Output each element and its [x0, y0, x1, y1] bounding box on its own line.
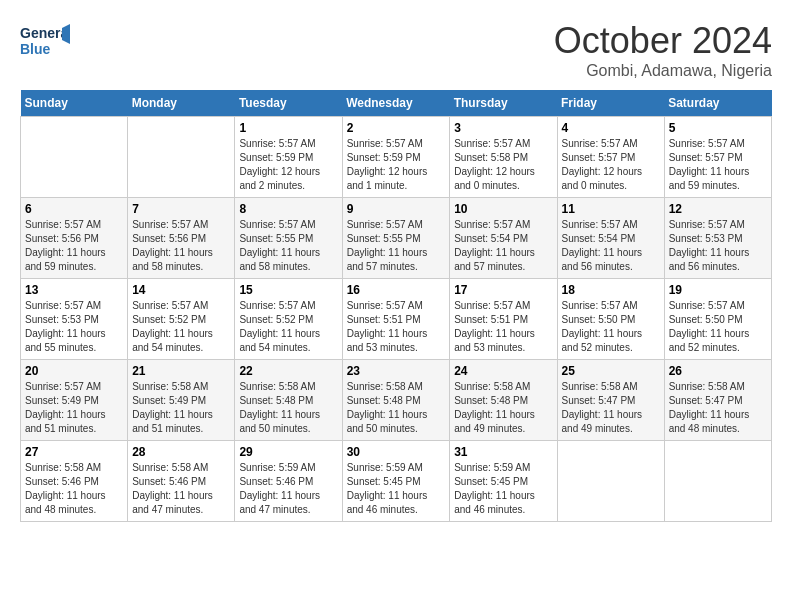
day-info: Sunrise: 5:57 AMSunset: 5:54 PMDaylight:…: [562, 218, 660, 274]
day-info: Sunrise: 5:57 AMSunset: 5:57 PMDaylight:…: [562, 137, 660, 193]
day-number: 21: [132, 364, 230, 378]
calendar-body: 1Sunrise: 5:57 AMSunset: 5:59 PMDaylight…: [21, 117, 772, 522]
day-info: Sunrise: 5:57 AMSunset: 5:59 PMDaylight:…: [347, 137, 446, 193]
day-info: Sunrise: 5:57 AMSunset: 5:56 PMDaylight:…: [25, 218, 123, 274]
day-info: Sunrise: 5:59 AMSunset: 5:46 PMDaylight:…: [239, 461, 337, 517]
weekday-thursday: Thursday: [450, 90, 557, 117]
day-number: 5: [669, 121, 767, 135]
day-number: 3: [454, 121, 552, 135]
day-number: 18: [562, 283, 660, 297]
calendar-cell: 25Sunrise: 5:58 AMSunset: 5:47 PMDayligh…: [557, 360, 664, 441]
calendar-cell: [128, 117, 235, 198]
calendar-cell: 30Sunrise: 5:59 AMSunset: 5:45 PMDayligh…: [342, 441, 450, 522]
day-number: 11: [562, 202, 660, 216]
day-number: 20: [25, 364, 123, 378]
day-number: 17: [454, 283, 552, 297]
logo: General Blue: [20, 20, 70, 69]
calendar-cell: 22Sunrise: 5:58 AMSunset: 5:48 PMDayligh…: [235, 360, 342, 441]
day-info: Sunrise: 5:57 AMSunset: 5:58 PMDaylight:…: [454, 137, 552, 193]
calendar-cell: [664, 441, 771, 522]
day-info: Sunrise: 5:57 AMSunset: 5:50 PMDaylight:…: [669, 299, 767, 355]
calendar-cell: 3Sunrise: 5:57 AMSunset: 5:58 PMDaylight…: [450, 117, 557, 198]
calendar-cell: 24Sunrise: 5:58 AMSunset: 5:48 PMDayligh…: [450, 360, 557, 441]
calendar-cell: 13Sunrise: 5:57 AMSunset: 5:53 PMDayligh…: [21, 279, 128, 360]
day-info: Sunrise: 5:57 AMSunset: 5:52 PMDaylight:…: [239, 299, 337, 355]
day-number: 26: [669, 364, 767, 378]
day-info: Sunrise: 5:58 AMSunset: 5:46 PMDaylight:…: [25, 461, 123, 517]
day-number: 13: [25, 283, 123, 297]
calendar-cell: 4Sunrise: 5:57 AMSunset: 5:57 PMDaylight…: [557, 117, 664, 198]
day-info: Sunrise: 5:59 AMSunset: 5:45 PMDaylight:…: [347, 461, 446, 517]
calendar-table: SundayMondayTuesdayWednesdayThursdayFrid…: [20, 90, 772, 522]
calendar-cell: 11Sunrise: 5:57 AMSunset: 5:54 PMDayligh…: [557, 198, 664, 279]
calendar-cell: 23Sunrise: 5:58 AMSunset: 5:48 PMDayligh…: [342, 360, 450, 441]
calendar-cell: [21, 117, 128, 198]
day-number: 14: [132, 283, 230, 297]
calendar-week-5: 27Sunrise: 5:58 AMSunset: 5:46 PMDayligh…: [21, 441, 772, 522]
weekday-tuesday: Tuesday: [235, 90, 342, 117]
day-number: 9: [347, 202, 446, 216]
svg-text:Blue: Blue: [20, 41, 51, 57]
day-info: Sunrise: 5:58 AMSunset: 5:49 PMDaylight:…: [132, 380, 230, 436]
day-info: Sunrise: 5:59 AMSunset: 5:45 PMDaylight:…: [454, 461, 552, 517]
day-number: 29: [239, 445, 337, 459]
day-info: Sunrise: 5:57 AMSunset: 5:55 PMDaylight:…: [239, 218, 337, 274]
weekday-monday: Monday: [128, 90, 235, 117]
day-info: Sunrise: 5:57 AMSunset: 5:49 PMDaylight:…: [25, 380, 123, 436]
day-info: Sunrise: 5:57 AMSunset: 5:54 PMDaylight:…: [454, 218, 552, 274]
day-number: 4: [562, 121, 660, 135]
calendar-cell: 20Sunrise: 5:57 AMSunset: 5:49 PMDayligh…: [21, 360, 128, 441]
day-info: Sunrise: 5:57 AMSunset: 5:50 PMDaylight:…: [562, 299, 660, 355]
day-info: Sunrise: 5:57 AMSunset: 5:52 PMDaylight:…: [132, 299, 230, 355]
day-info: Sunrise: 5:57 AMSunset: 5:57 PMDaylight:…: [669, 137, 767, 193]
day-number: 12: [669, 202, 767, 216]
weekday-saturday: Saturday: [664, 90, 771, 117]
calendar-cell: 7Sunrise: 5:57 AMSunset: 5:56 PMDaylight…: [128, 198, 235, 279]
calendar-cell: [557, 441, 664, 522]
calendar-cell: 6Sunrise: 5:57 AMSunset: 5:56 PMDaylight…: [21, 198, 128, 279]
day-number: 23: [347, 364, 446, 378]
day-info: Sunrise: 5:58 AMSunset: 5:47 PMDaylight:…: [669, 380, 767, 436]
day-number: 24: [454, 364, 552, 378]
day-number: 19: [669, 283, 767, 297]
day-number: 8: [239, 202, 337, 216]
calendar-cell: 31Sunrise: 5:59 AMSunset: 5:45 PMDayligh…: [450, 441, 557, 522]
day-number: 25: [562, 364, 660, 378]
page-header: General Blue October 2024 Gombi, Adamawa…: [20, 20, 772, 80]
weekday-wednesday: Wednesday: [342, 90, 450, 117]
calendar-cell: 12Sunrise: 5:57 AMSunset: 5:53 PMDayligh…: [664, 198, 771, 279]
weekday-sunday: Sunday: [21, 90, 128, 117]
calendar-week-2: 6Sunrise: 5:57 AMSunset: 5:56 PMDaylight…: [21, 198, 772, 279]
day-number: 22: [239, 364, 337, 378]
calendar-cell: 10Sunrise: 5:57 AMSunset: 5:54 PMDayligh…: [450, 198, 557, 279]
day-info: Sunrise: 5:57 AMSunset: 5:51 PMDaylight:…: [454, 299, 552, 355]
calendar-cell: 8Sunrise: 5:57 AMSunset: 5:55 PMDaylight…: [235, 198, 342, 279]
day-number: 28: [132, 445, 230, 459]
day-info: Sunrise: 5:58 AMSunset: 5:48 PMDaylight:…: [239, 380, 337, 436]
day-info: Sunrise: 5:58 AMSunset: 5:46 PMDaylight:…: [132, 461, 230, 517]
day-number: 15: [239, 283, 337, 297]
calendar-cell: 26Sunrise: 5:58 AMSunset: 5:47 PMDayligh…: [664, 360, 771, 441]
calendar-cell: 9Sunrise: 5:57 AMSunset: 5:55 PMDaylight…: [342, 198, 450, 279]
logo-icon: General Blue: [20, 20, 70, 65]
calendar-cell: 27Sunrise: 5:58 AMSunset: 5:46 PMDayligh…: [21, 441, 128, 522]
day-info: Sunrise: 5:57 AMSunset: 5:51 PMDaylight:…: [347, 299, 446, 355]
day-number: 16: [347, 283, 446, 297]
calendar-cell: 28Sunrise: 5:58 AMSunset: 5:46 PMDayligh…: [128, 441, 235, 522]
day-info: Sunrise: 5:57 AMSunset: 5:53 PMDaylight:…: [25, 299, 123, 355]
day-number: 6: [25, 202, 123, 216]
calendar-cell: 14Sunrise: 5:57 AMSunset: 5:52 PMDayligh…: [128, 279, 235, 360]
weekday-friday: Friday: [557, 90, 664, 117]
calendar-cell: 18Sunrise: 5:57 AMSunset: 5:50 PMDayligh…: [557, 279, 664, 360]
calendar-cell: 1Sunrise: 5:57 AMSunset: 5:59 PMDaylight…: [235, 117, 342, 198]
calendar-cell: 2Sunrise: 5:57 AMSunset: 5:59 PMDaylight…: [342, 117, 450, 198]
day-info: Sunrise: 5:57 AMSunset: 5:53 PMDaylight:…: [669, 218, 767, 274]
calendar-cell: 16Sunrise: 5:57 AMSunset: 5:51 PMDayligh…: [342, 279, 450, 360]
day-number: 30: [347, 445, 446, 459]
day-number: 7: [132, 202, 230, 216]
calendar-cell: 5Sunrise: 5:57 AMSunset: 5:57 PMDaylight…: [664, 117, 771, 198]
weekday-header-row: SundayMondayTuesdayWednesdayThursdayFrid…: [21, 90, 772, 117]
calendar-week-3: 13Sunrise: 5:57 AMSunset: 5:53 PMDayligh…: [21, 279, 772, 360]
day-info: Sunrise: 5:57 AMSunset: 5:55 PMDaylight:…: [347, 218, 446, 274]
day-number: 27: [25, 445, 123, 459]
